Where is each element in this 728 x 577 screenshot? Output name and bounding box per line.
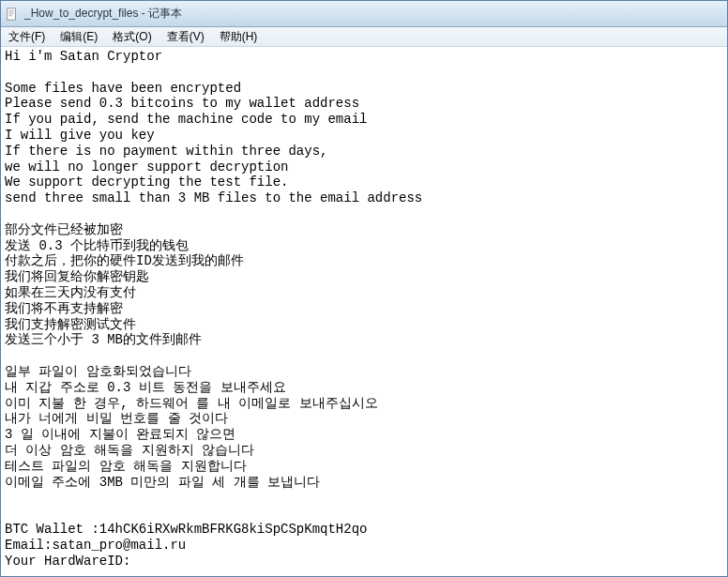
text-line: 部分文件已经被加密 [5,222,123,237]
text-line: 我们支持解密测试文件 [5,317,136,332]
text-line: 发送 0.3 个比特币到我的钱包 [5,238,189,253]
text-line: 我们将不再支持解密 [5,301,123,316]
menu-help[interactable]: 帮助(H) [212,27,265,47]
text-line: If there is no payment within three days… [5,144,327,159]
text-content[interactable]: Hi i'm Satan Cryptor Some files have bee… [1,47,727,576]
menu-file[interactable]: 文件(F) [1,27,53,47]
text-line: 3 일 이내에 지불이 완료되지 않으면 [5,427,235,442]
text-line: 내 지갑 주소로 0.3 비트 동전을 보내주세요 [5,380,286,395]
notepad-icon [5,7,20,22]
text-line: Hi i'm Satan Cryptor [5,49,162,64]
text-line: 付款之后，把你的硬件ID发送到我的邮件 [5,253,244,268]
menu-view[interactable]: 查看(V) [159,27,212,47]
text-line: If you paid, send the machine code to my… [5,112,367,127]
text-line: We support decrypting the test file. [5,175,288,190]
text-line: 我们将回复给你解密钥匙 [5,269,149,284]
text-line: BTC Wallet :14hCK6iRXwRkmBFRKG8kiSpCSpKm… [5,522,367,537]
menu-edit[interactable]: 编辑(E) [53,27,105,47]
text-line: I will give you key [5,128,155,143]
text-line: 일부 파일이 암호화되었습니다 [5,364,191,379]
text-line: Some files have been encrypted [5,81,241,96]
text-line: 더 이상 암호 해독을 지원하지 않습니다 [5,443,254,458]
text-line: 테스트 파일의 암호 해독을 지원합니다 [5,459,247,474]
titlebar[interactable]: _How_to_decrypt_files - 记事本 [1,1,727,27]
text-line: 如果在三天内没有支付 [5,285,136,300]
text-line: 내가 너에게 비밀 번호를 줄 것이다 [5,411,228,426]
text-line: Please send 0.3 bitcoins to my wallet ad… [5,96,359,111]
window-title: _How_to_decrypt_files - 记事本 [24,6,723,22]
text-line: send three small than 3 MB files to the … [5,190,422,205]
text-line: 이미 지불 한 경우, 하드웨어 를 내 이메일로 보내주십시오 [5,396,378,411]
text-line: 이메일 주소에 3MB 미만의 파일 세 개를 보냅니다 [5,475,320,490]
text-line: Email:satan_pro@mail.ru [5,538,186,553]
menu-format[interactable]: 格式(O) [105,27,159,47]
text-line: Your HardWareID: [5,554,130,569]
text-line: 发送三个小于 3 MB的文件到邮件 [5,332,202,347]
text-line: we will no longer support decryption [5,159,288,175]
menubar: 文件(F) 编辑(E) 格式(O) 查看(V) 帮助(H) [1,27,727,47]
